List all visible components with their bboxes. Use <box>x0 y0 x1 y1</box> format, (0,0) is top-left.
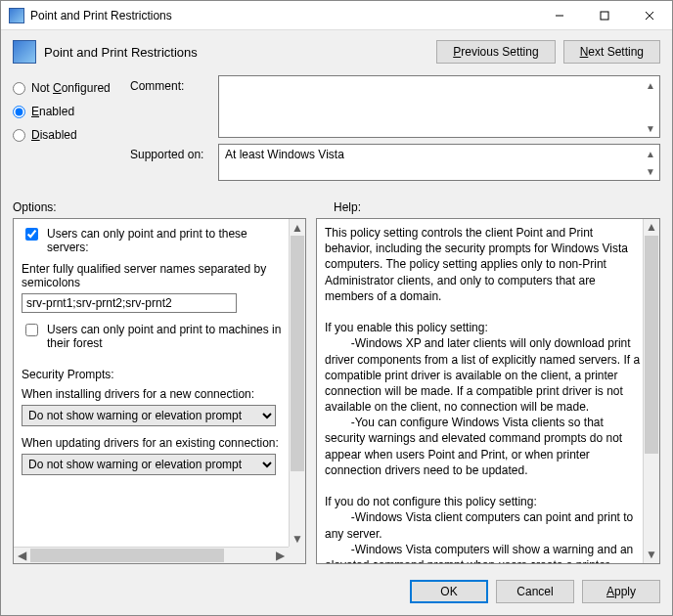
maximize-button[interactable] <box>582 1 627 30</box>
comment-label: Comment: <box>130 75 218 138</box>
options-vertical-scrollbar[interactable]: ▲ ▼ <box>289 219 305 547</box>
supported-text: At least Windows Vista ▲ ▼ <box>218 144 660 181</box>
scrollbar-thumb[interactable] <box>645 236 658 454</box>
radio-not-configured-input[interactable] <box>13 82 25 95</box>
checkbox-forest-only-label: Users can only point and print to machin… <box>47 323 282 350</box>
scrollbar-thumb[interactable] <box>291 236 304 471</box>
close-button[interactable] <box>627 1 672 30</box>
dialog-footer: OK Cancel Apply <box>1 570 672 615</box>
ok-button[interactable]: OK <box>410 580 488 603</box>
help-section-label: Help: <box>334 200 361 214</box>
state-radio-group: Not Configured Enabled Disabled <box>13 75 130 187</box>
radio-enabled[interactable]: Enabled <box>13 105 130 118</box>
radio-enabled-input[interactable] <box>13 106 25 118</box>
apply-button[interactable]: Apply <box>582 580 660 603</box>
scroll-up-icon[interactable]: ▲ <box>644 78 657 92</box>
update-drivers-select[interactable]: Do not show warning or elevation prompt <box>22 454 276 475</box>
scroll-down-icon[interactable]: ▼ <box>644 547 659 563</box>
scroll-up-icon[interactable]: ▲ <box>290 219 305 236</box>
policy-icon <box>13 40 36 64</box>
cancel-button[interactable]: Cancel <box>496 580 574 603</box>
scrollbar-corner <box>289 547 305 563</box>
app-icon <box>9 8 24 23</box>
help-vertical-scrollbar[interactable]: ▲ ▼ <box>643 219 659 563</box>
scroll-down-icon[interactable]: ▼ <box>644 121 657 135</box>
options-panel: Users can only point and print to these … <box>13 218 306 564</box>
scroll-up-icon[interactable]: ▲ <box>644 219 659 236</box>
help-panel: This policy setting controls the client … <box>316 218 660 564</box>
scroll-right-icon[interactable]: ▶ <box>272 548 289 563</box>
previous-setting-button[interactable]: Previous Setting <box>436 40 555 64</box>
radio-not-configured[interactable]: Not Configured <box>13 81 130 95</box>
install-drivers-select[interactable]: Do not show warning or elevation prompt <box>22 405 276 426</box>
install-drivers-label: When installing drivers for a new connec… <box>22 387 282 401</box>
policy-title: Point and Print Restrictions <box>44 45 198 60</box>
radio-disabled[interactable]: Disabled <box>13 128 130 142</box>
supported-label: Supported on: <box>130 144 218 181</box>
minimize-button[interactable] <box>537 1 582 30</box>
options-section-label: Options: <box>13 200 310 214</box>
update-drivers-label: When updating drivers for an existing co… <box>22 436 282 450</box>
scroll-left-icon[interactable]: ◀ <box>14 548 30 563</box>
scroll-down-icon[interactable]: ▼ <box>644 164 657 178</box>
checkbox-forest-only[interactable] <box>25 324 38 336</box>
window-title: Point and Print Restrictions <box>30 9 537 22</box>
server-names-label: Enter fully qualified server names separ… <box>22 262 282 289</box>
checkbox-servers-only[interactable] <box>25 228 38 241</box>
options-horizontal-scrollbar[interactable]: ◀ ▶ <box>14 547 289 563</box>
svg-rect-1 <box>601 12 608 20</box>
server-names-input[interactable] <box>22 293 237 313</box>
scroll-down-icon[interactable]: ▼ <box>290 530 305 547</box>
security-prompts-heading: Security Prompts: <box>22 368 282 381</box>
checkbox-servers-only-label: Users can only point and print to these … <box>47 227 282 254</box>
gpo-editor-window: Point and Print Restrictions Point and P… <box>0 0 673 616</box>
scroll-up-icon[interactable]: ▲ <box>644 147 657 160</box>
header-row: Point and Print Restrictions Previous Se… <box>1 30 672 71</box>
next-setting-button[interactable]: Next Setting <box>563 40 660 64</box>
radio-disabled-input[interactable] <box>13 129 25 142</box>
help-text: This policy setting controls the client … <box>317 219 659 563</box>
titlebar: Point and Print Restrictions <box>1 1 672 30</box>
comment-textarea[interactable]: ▲ ▼ <box>218 75 660 138</box>
scrollbar-thumb[interactable] <box>30 549 224 562</box>
